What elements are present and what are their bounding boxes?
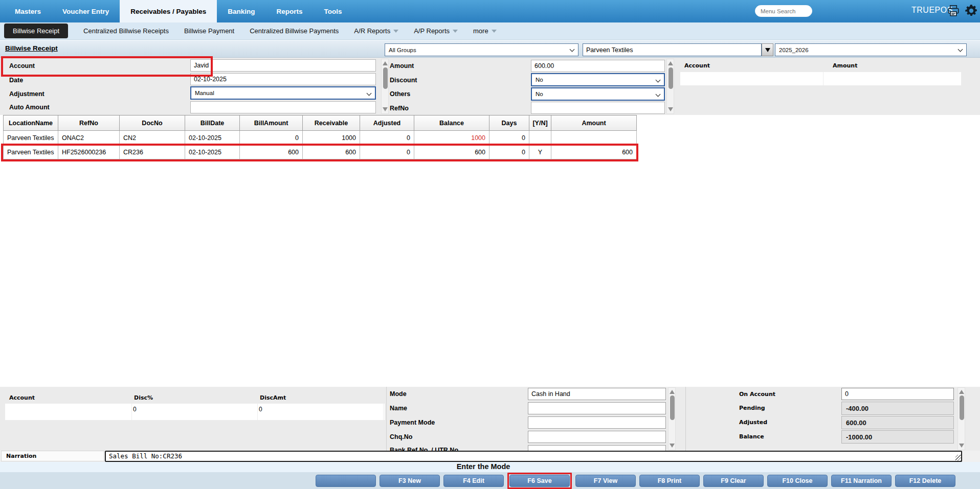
subnav-centralized-billwise-payments[interactable]: Centralized Billwise Payments bbox=[250, 27, 339, 35]
narration-textarea[interactable]: Sales Bill No:CR236 bbox=[105, 451, 962, 462]
f12-delete-button[interactable]: F12 Delete bbox=[895, 475, 955, 487]
on-account-input[interactable] bbox=[841, 388, 954, 400]
payment-mode-input[interactable] bbox=[528, 416, 666, 429]
f8-print-button[interactable]: F8 Print bbox=[639, 475, 700, 487]
f9-clear-button[interactable]: F9 Clear bbox=[703, 475, 764, 487]
auto-amount-input[interactable] bbox=[190, 101, 376, 113]
chq-no-input[interactable] bbox=[528, 431, 666, 443]
bank-ref-input[interactable] bbox=[528, 445, 666, 451]
subnav-billwise-receipt[interactable]: Billwise Receipt bbox=[4, 24, 68, 38]
tab-banking[interactable]: Banking bbox=[217, 0, 265, 22]
tab-masters[interactable]: Masters bbox=[4, 0, 52, 22]
cell-refno: ONAC2 bbox=[58, 131, 120, 145]
status-row: Enter the Mode bbox=[0, 462, 980, 472]
scroll-up-icon[interactable] bbox=[959, 390, 964, 394]
scroll-down-icon[interactable] bbox=[959, 444, 964, 448]
chevron-down-icon bbox=[656, 78, 661, 83]
others-select[interactable]: No bbox=[531, 87, 665, 101]
f7-view-button[interactable]: F7 View bbox=[575, 475, 636, 487]
scroll-thumb[interactable] bbox=[960, 395, 964, 420]
scroll-thumb[interactable] bbox=[383, 67, 388, 89]
col-amount: Amount bbox=[551, 115, 637, 131]
adjustment-value: Manual bbox=[195, 90, 214, 96]
voucher-form: Account Date Adjustment Auto Amount Manu… bbox=[0, 58, 980, 115]
adjustment-select[interactable]: Manual bbox=[190, 86, 376, 100]
account-label: Account bbox=[9, 62, 35, 69]
party-input[interactable] bbox=[583, 43, 762, 56]
scroll-thumb[interactable] bbox=[670, 395, 675, 420]
tab-receivables-payables[interactable]: Receivables / Payables bbox=[120, 0, 217, 22]
cell-refno: HF2526000236 bbox=[58, 145, 120, 159]
cell-billdate: 02-10-2025 bbox=[185, 131, 240, 145]
cell-yn[interactable] bbox=[529, 131, 551, 145]
subnav-ap-reports[interactable]: A/P Reports bbox=[414, 27, 458, 35]
chevron-down-icon bbox=[958, 47, 963, 52]
scroll-up-icon[interactable] bbox=[670, 390, 675, 394]
scroll-up-icon[interactable] bbox=[668, 61, 673, 65]
subnav-billwise-payment[interactable]: Billwise Payment bbox=[184, 27, 234, 35]
party-dropdown-button[interactable] bbox=[762, 43, 773, 56]
allocation-amount-cell bbox=[823, 72, 962, 85]
gear-icon[interactable] bbox=[964, 4, 978, 20]
allocation-empty-row[interactable] bbox=[680, 72, 962, 85]
bill-table: LocationName RefNo DocNo BillDate BillAm… bbox=[3, 115, 637, 159]
scroll-thumb[interactable] bbox=[669, 67, 673, 89]
summary-scrollbar[interactable] bbox=[957, 387, 965, 450]
subnav-ar-reports[interactable]: A/R Reports bbox=[354, 27, 398, 35]
table-row[interactable]: Parveen Textiles ONAC2 CN2 02-10-2025 0 … bbox=[4, 131, 637, 145]
subnav-more[interactable]: more bbox=[473, 27, 497, 35]
scroll-up-icon[interactable] bbox=[383, 61, 388, 65]
group-select[interactable]: All Groups bbox=[385, 43, 578, 56]
date-input[interactable] bbox=[190, 73, 376, 85]
tab-tools[interactable]: Tools bbox=[313, 0, 352, 22]
divider bbox=[386, 387, 387, 451]
form-scrollbar-right[interactable] bbox=[666, 59, 674, 114]
f3-new-button[interactable]: F3 New bbox=[380, 475, 440, 487]
name-input[interactable] bbox=[528, 402, 666, 414]
tab-voucher-entry[interactable]: Voucher Entry bbox=[52, 0, 120, 22]
status-text: Enter the Mode bbox=[0, 462, 967, 471]
adjusted-label: Adjusted bbox=[739, 419, 767, 426]
cell-locationname: Parveen Textiles bbox=[4, 145, 58, 159]
scroll-down-icon[interactable] bbox=[383, 107, 388, 111]
table-row-selected[interactable]: Parveen Textiles HF2526000236 CR236 02-1… bbox=[4, 145, 637, 159]
menu-search-input[interactable] bbox=[755, 5, 812, 17]
col-balance: Balance bbox=[414, 115, 489, 131]
payment-scrollbar[interactable] bbox=[668, 387, 676, 450]
narration-row: Narration Sales Bill No:CR236 bbox=[0, 451, 980, 462]
subnav-centralized-billwise-receipts[interactable]: Centralized Billwise Receipts bbox=[83, 27, 169, 35]
adjustment-label: Adjustment bbox=[9, 90, 44, 98]
resize-handle-icon[interactable] bbox=[955, 455, 962, 461]
form-scrollbar-left[interactable] bbox=[381, 59, 389, 114]
on-account-label: On Account bbox=[739, 391, 775, 398]
refno-input[interactable] bbox=[531, 102, 665, 114]
mode-input[interactable] bbox=[528, 388, 666, 400]
scroll-down-icon[interactable] bbox=[668, 107, 673, 111]
disc-account-cell bbox=[5, 404, 132, 420]
col-receivable: Receivable bbox=[303, 115, 360, 131]
f6-save-button[interactable]: F6 Save bbox=[509, 475, 570, 487]
printer-icon[interactable] bbox=[947, 4, 960, 19]
tab-reports[interactable]: Reports bbox=[265, 0, 313, 22]
account-input[interactable] bbox=[190, 59, 376, 72]
cell-amount[interactable] bbox=[551, 131, 637, 145]
f4-edit-button[interactable]: F4 Edit bbox=[443, 475, 504, 487]
cell-amount[interactable]: 600 bbox=[551, 145, 637, 159]
discount-row[interactable]: 0 0 bbox=[5, 404, 385, 420]
f10-close-button[interactable]: F10 Close bbox=[767, 475, 828, 487]
col-adjusted: Adjusted bbox=[360, 115, 414, 131]
f11-narration-button[interactable]: F11 Narration bbox=[831, 475, 892, 487]
pending-value: -400.00 bbox=[841, 402, 954, 415]
cell-yn[interactable]: Y bbox=[529, 145, 551, 159]
cell-adjusted: 0 bbox=[360, 131, 414, 145]
cell-adjusted: 0 bbox=[360, 145, 414, 159]
col-billamount: BillAmount bbox=[240, 115, 303, 131]
financial-year-select[interactable]: 2025_2026 bbox=[775, 43, 967, 56]
discount-select[interactable]: No bbox=[531, 73, 665, 86]
allocation-account-header: Account bbox=[684, 62, 710, 69]
chevron-down-icon bbox=[492, 30, 497, 33]
top-nav: Masters Voucher Entry Receivables / Paya… bbox=[0, 0, 980, 22]
scroll-down-icon[interactable] bbox=[670, 444, 675, 448]
amount-input[interactable] bbox=[531, 60, 665, 72]
blank-button[interactable] bbox=[316, 475, 376, 487]
